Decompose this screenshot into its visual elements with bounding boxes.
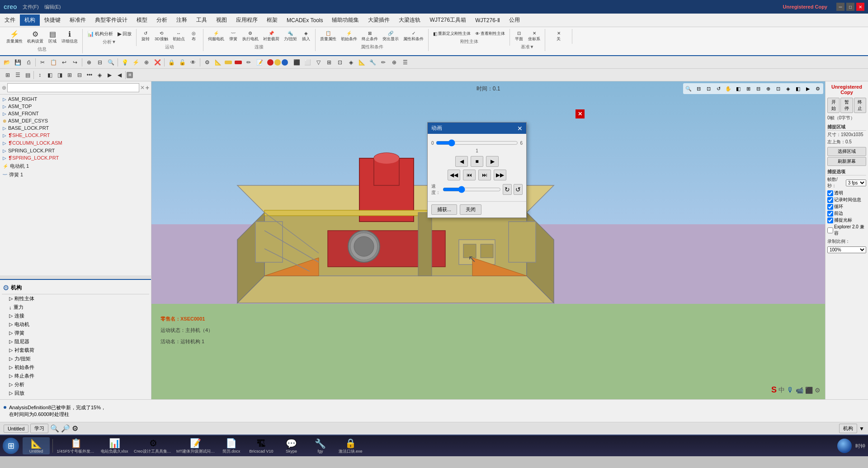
- menu-item-public[interactable]: 公用: [505, 14, 524, 26]
- vp-zoom-fit[interactable]: ⊡: [704, 84, 713, 93]
- close-window-button[interactable]: ✕: [856, 3, 864, 11]
- ribbon-btn-mech-analysis[interactable]: 📊 机构分析: [85, 30, 115, 38]
- ribbon-btn-cloth[interactable]: ◎ 布: [188, 30, 200, 43]
- stop-button[interactable]: ■: [471, 156, 483, 167]
- vp-more[interactable]: ▶: [803, 84, 812, 93]
- menu-item-assist[interactable]: 辅助功能集: [327, 14, 363, 26]
- ribbon-btn-init-cond[interactable]: ⚡ 初始条件: [339, 30, 359, 43]
- tb-more2[interactable]: ⬜: [302, 57, 312, 67]
- explorer-checkbox[interactable]: [827, 227, 833, 233]
- tb-more9[interactable]: ✏: [378, 57, 388, 67]
- menu-item-wjt276ii[interactable]: WJT276-Ⅱ: [471, 15, 505, 25]
- ribbon-btn-quality[interactable]: 📋 质量属性: [318, 30, 338, 43]
- bottom-icon2[interactable]: 🔎: [61, 424, 70, 433]
- tb3-item4[interactable]: ⊟: [75, 70, 85, 80]
- tb3-list1[interactable]: ⊞: [3, 70, 13, 80]
- sidebar-connect[interactable]: ▷ 连接: [2, 312, 149, 320]
- ribbon-btn-mass[interactable]: ⚡ 质量属性: [5, 30, 24, 45]
- sidebar-initial[interactable]: ▷ 初始条件: [2, 363, 149, 372]
- taskbar-item-2[interactable]: 📊 电站负载久xlsx: [98, 437, 131, 455]
- mechanism-mode-button[interactable]: 机构: [839, 424, 857, 433]
- tb-visible[interactable]: 👁: [188, 57, 198, 67]
- taskbar-item-8[interactable]: 🔧 fgy: [307, 437, 334, 454]
- tb-remove[interactable]: ❌: [152, 57, 162, 67]
- vp-zoom-out[interactable]: ⊟: [694, 84, 703, 93]
- tree-item-asm-right[interactable]: ▷ ASM_RIGHT: [1, 95, 150, 103]
- sidebar-playback[interactable]: ▷ 回放: [2, 389, 149, 397]
- loop-button[interactable]: ↻: [503, 184, 512, 195]
- record-time-checkbox[interactable]: [827, 197, 833, 203]
- bottom-untitled[interactable]: Untitled: [4, 425, 28, 433]
- sidebar-damper[interactable]: ▷ 阻尼器: [2, 337, 149, 346]
- tb-copy[interactable]: 📋: [48, 57, 58, 67]
- sidebar-end[interactable]: ▷ 终止条件: [2, 372, 149, 380]
- ribbon-btn-setup[interactable]: ⚙ 机构设置: [25, 30, 45, 45]
- speed-slider[interactable]: [443, 186, 501, 193]
- tb3-item7[interactable]: ▶: [104, 70, 114, 80]
- taskbar-item-9[interactable]: 🔒 激法口块.exe: [336, 437, 365, 455]
- bottom-dropdown-arrow[interactable]: ▼: [859, 425, 864, 432]
- taskbar-item-7[interactable]: 💬 Skype: [278, 437, 305, 454]
- tb-more3[interactable]: ▽: [313, 57, 323, 67]
- menu-item-daliang[interactable]: 大梁插件: [363, 14, 394, 26]
- tb3-item6[interactable]: ◈: [94, 70, 104, 80]
- file-menu[interactable]: 文件(F): [23, 4, 39, 10]
- taskbar-item-6[interactable]: 🏗 Bricscad V10: [247, 438, 276, 454]
- tree-item-spring-lock[interactable]: ▷ SPRING_LOCK.PRT: [1, 147, 150, 154]
- goto-start-button[interactable]: ⏮: [463, 170, 476, 180]
- tree-item-motor1[interactable]: ⚡ 电动机 1: [1, 162, 150, 170]
- edit-menu[interactable]: 编辑(E): [44, 4, 61, 10]
- menu-item-mcadex[interactable]: MCADEx Tools: [282, 15, 327, 25]
- ribbon-btn-region[interactable]: ▤ 区域: [46, 30, 59, 45]
- vp-settings[interactable]: ⚙: [813, 84, 822, 93]
- add-filter-icon[interactable]: +: [146, 84, 149, 91]
- sidebar-analysis[interactable]: ▷ 分析: [2, 380, 149, 389]
- tb-flash[interactable]: ⚡: [131, 57, 141, 67]
- select-region-button[interactable]: 选择区域: [827, 147, 866, 156]
- tb-more11[interactable]: ☰: [400, 57, 410, 67]
- ribbon-btn-servo[interactable]: ⚡ 伺服电机: [206, 30, 226, 43]
- menu-item-apps[interactable]: 应用程序: [231, 14, 262, 26]
- capture-button[interactable]: 捕获...: [431, 204, 457, 215]
- vp-render3[interactable]: ⊟: [754, 84, 763, 93]
- menu-item-jigou[interactable]: 机构: [20, 14, 40, 26]
- tb-more1[interactable]: ⬛: [292, 57, 302, 67]
- tb-note[interactable]: 📝: [255, 57, 264, 67]
- ribbon-btn-3d-contact[interactable]: ⟲ 3D接触: [153, 30, 170, 43]
- ribbon-btn-exec-motor[interactable]: ⚙ 执行电机: [241, 30, 260, 43]
- tb-open[interactable]: 📂: [2, 57, 12, 67]
- menu-item-analysis[interactable]: 分析: [152, 14, 172, 26]
- vp-persp[interactable]: ◈: [783, 84, 793, 93]
- clear-filter-icon[interactable]: ✕: [140, 85, 145, 91]
- color-blue[interactable]: [282, 59, 288, 66]
- start-button-taskbar[interactable]: ⊞: [3, 438, 19, 454]
- taskbar-item-4[interactable]: 📝 MT建体升级测试问题·2...: [175, 437, 216, 455]
- vp-rotate[interactable]: ↺: [714, 84, 723, 93]
- tb-drafting[interactable]: 📐: [213, 57, 223, 67]
- tb3-item3[interactable]: ⊞: [65, 70, 75, 80]
- taskbar-item-5[interactable]: 📄 简历.docx: [218, 437, 245, 455]
- bottom-icon3[interactable]: ⚙: [72, 424, 78, 433]
- filter-input[interactable]: [7, 83, 139, 92]
- border-checkbox[interactable]: [827, 211, 833, 217]
- dialog-close-button[interactable]: ✕: [517, 125, 523, 132]
- tb-edit[interactable]: ✏: [244, 57, 254, 67]
- sidebar-motor[interactable]: ▷ 电动机: [2, 320, 149, 329]
- ribbon-btn-csys[interactable]: ✕ 坐标系: [526, 30, 542, 43]
- tb-color2[interactable]: [235, 61, 242, 64]
- vp-wire[interactable]: ⊡: [774, 84, 783, 93]
- maximize-button[interactable]: □: [846, 3, 854, 11]
- tree-item-asm-def-csys[interactable]: ⊕ ASM_DEF_CSYS: [1, 117, 150, 124]
- next-button[interactable]: ▶: [486, 156, 499, 167]
- sidebar-payload[interactable]: ▷ 衬套载荷: [2, 346, 149, 355]
- ribbon-btn-playback[interactable]: ▶ 回放: [116, 30, 133, 38]
- tb-unlock[interactable]: 🔓: [177, 57, 187, 67]
- close-dialog-button[interactable]: 关闭: [460, 204, 481, 215]
- tb-more6[interactable]: ◈: [346, 57, 356, 67]
- ribbon-btn-rotate[interactable]: ↺ 旋转: [139, 30, 152, 43]
- refresh-screen-button[interactable]: 刷新屏幕: [827, 157, 866, 166]
- vp-zoom-in[interactable]: 🔍: [684, 84, 693, 93]
- tb3-sort[interactable]: ↕: [35, 70, 45, 80]
- tb-more8[interactable]: 🔧: [368, 57, 377, 67]
- tb-save[interactable]: 💾: [13, 57, 23, 67]
